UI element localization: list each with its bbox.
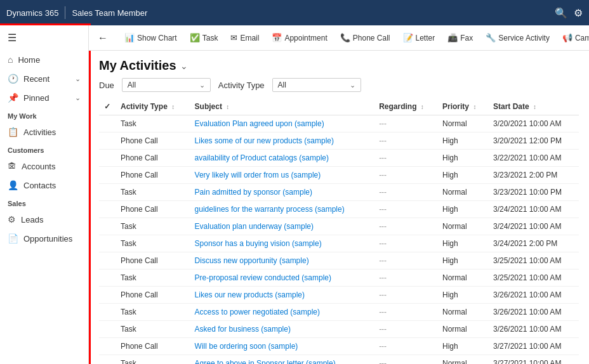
row-subject[interactable]: Likes our new products (sample) (190, 287, 374, 304)
row-checkbox[interactable] (99, 167, 116, 184)
cmd-label: Phone Call (353, 34, 390, 42)
sidebar-item-contacts[interactable]: 👤 Contacts (0, 176, 88, 195)
row-checkbox[interactable] (99, 115, 116, 133)
service-activity-button[interactable]: 🔧 Service Activity (480, 30, 555, 45)
row-subject[interactable]: Pre-proposal review conducted (sample) (190, 270, 374, 287)
fax-button[interactable]: 📠 Fax (442, 30, 478, 45)
chevron-down-icon: ⌄ (75, 75, 81, 83)
row-priority: High (437, 201, 488, 218)
hamburger-button[interactable]: ☰ (0, 25, 88, 50)
row-regarding: --- (374, 270, 437, 287)
row-activity-type: Phone Call (116, 252, 190, 270)
sidebar-item-accounts[interactable]: 🏚 Accounts (0, 157, 88, 176)
activity-type-label: Activity Type (218, 81, 265, 90)
col-start-date[interactable]: Start Date ↕ (488, 98, 579, 115)
row-activity-type: Task (116, 321, 190, 338)
phone-call-button[interactable]: 📞 Phone Call (335, 30, 395, 45)
col-regarding[interactable]: Regarding ↕ (374, 98, 437, 115)
cmd-label: Email (240, 34, 259, 42)
row-subject[interactable]: Agree to above in Sponsor letter (sample… (190, 355, 374, 365)
row-checkbox[interactable] (99, 184, 116, 201)
row-checkbox[interactable] (99, 218, 116, 235)
show-chart-button[interactable]: 📊 Show Chart (119, 30, 182, 45)
select-all-checkbox[interactable]: ✓ (99, 98, 116, 115)
row-start-date: 3/26/2021 10:00 AM (488, 287, 579, 304)
topbar: Dynamics 365 Sales Team Member 🔍 ⚙ (0, 0, 589, 25)
row-subject[interactable]: Will be ordering soon (sample) (190, 338, 374, 355)
row-checkbox[interactable] (99, 287, 116, 304)
row-checkbox[interactable] (99, 304, 116, 321)
row-regarding: --- (374, 133, 437, 150)
back-button[interactable]: ← (94, 30, 112, 46)
row-subject[interactable]: Sponsor has a buying vision (sample) (190, 235, 374, 252)
topbar-icons: 🔍 ⚙ (555, 7, 583, 19)
pin-icon: 📌 (8, 93, 18, 103)
row-subject[interactable]: Very likely will order from us (sample) (190, 167, 374, 184)
activities-table-container: ✓ Activity Type ↕ Subject ↕ Regarding ↕ … (89, 98, 589, 364)
row-checkbox[interactable] (99, 252, 116, 270)
opportunities-icon: 📄 (8, 233, 18, 244)
row-regarding: --- (374, 304, 437, 321)
chevron-down-icon: ⌄ (75, 94, 81, 102)
task-button[interactable]: ✅ Task (185, 30, 223, 45)
row-subject[interactable]: Asked for business (sample) (190, 321, 374, 338)
sidebar-item-recent[interactable]: 🕐 Recent ⌄ (0, 69, 88, 88)
row-checkbox[interactable] (99, 201, 116, 218)
task-icon: ✅ (190, 33, 200, 42)
table-row: Phone CallVery likely will order from us… (99, 167, 579, 184)
campaign-response-button[interactable]: 📢 Campaign Response (557, 30, 589, 45)
appointment-button[interactable]: 📅 Appointment (267, 30, 332, 45)
row-subject[interactable]: Discuss new opportunity (sample) (190, 252, 374, 270)
row-subject[interactable]: Likes some of our new products (sample) (190, 133, 374, 150)
col-priority[interactable]: Priority ↕ (437, 98, 488, 115)
sidebar-item-label: Home (18, 55, 40, 65)
row-checkbox[interactable] (99, 321, 116, 338)
table-row: Phone CallWill be ordering soon (sample)… (99, 338, 579, 355)
row-activity-type: Task (116, 304, 190, 321)
col-subject[interactable]: Subject ↕ (190, 98, 374, 115)
title-chevron-icon[interactable]: ⌄ (180, 61, 188, 71)
row-subject[interactable]: availability of Product catalogs (sample… (190, 150, 374, 167)
row-regarding: --- (374, 235, 437, 252)
row-start-date: 3/25/2021 10:00 AM (488, 270, 579, 287)
table-row: Phone Callavailability of Product catalo… (99, 150, 579, 167)
row-subject[interactable]: Pain admitted by sponsor (sample) (190, 184, 374, 201)
topbar-subtitle: Sales Team Member (72, 8, 147, 18)
row-subject[interactable]: Evaluation Plan agreed upon (sample) (190, 115, 374, 133)
row-checkbox[interactable] (99, 270, 116, 287)
sidebar-item-pinned[interactable]: 📌 Pinned ⌄ (0, 88, 88, 107)
row-regarding: --- (374, 167, 437, 184)
sidebar-item-label: Accounts (22, 162, 55, 171)
table-row: TaskEvaluation Plan agreed upon (sample)… (99, 115, 579, 133)
layout: ☰ ⌂ Home 🕐 Recent ⌄ 📌 Pinned ⌄ My Work 📋… (0, 25, 589, 364)
settings-icon[interactable]: ⚙ (574, 7, 583, 19)
row-checkbox[interactable] (99, 338, 116, 355)
table-row: Phone Callguidelines for the warranty pr… (99, 201, 579, 218)
sidebar-item-label: Contacts (23, 181, 56, 190)
home-icon: ⌂ (8, 55, 13, 65)
sidebar-item-label: Recent (23, 74, 50, 84)
row-checkbox[interactable] (99, 235, 116, 252)
command-bar: ← 📊 Show Chart ✅ Task ✉ Email 📅 Appointm… (89, 25, 589, 51)
sidebar-item-activities[interactable]: 📋 Activities (0, 122, 88, 141)
sidebar-item-home[interactable]: ⌂ Home (0, 50, 88, 69)
row-checkbox[interactable] (99, 133, 116, 150)
row-priority: High (437, 287, 488, 304)
letter-button[interactable]: 📝 Letter (398, 30, 440, 45)
row-checkbox[interactable] (99, 355, 116, 365)
sidebar-item-leads[interactable]: ⚙ Leads (0, 210, 88, 229)
service-icon: 🔧 (486, 33, 496, 42)
row-subject[interactable]: guidelines for the warranty process (sam… (190, 201, 374, 218)
row-regarding: --- (374, 218, 437, 235)
email-button[interactable]: ✉ Email (225, 30, 264, 45)
search-icon[interactable]: 🔍 (555, 7, 567, 19)
col-activity-type[interactable]: Activity Type ↕ (116, 98, 190, 115)
table-row: TaskPre-proposal review conducted (sampl… (99, 270, 579, 287)
sidebar-item-opportunities[interactable]: 📄 Opportunities (0, 229, 88, 248)
row-checkbox[interactable] (99, 150, 116, 167)
row-regarding: --- (374, 150, 437, 167)
row-subject[interactable]: Evaluation plan underway (sample) (190, 218, 374, 235)
due-filter[interactable]: All ⌄ (122, 78, 211, 92)
row-subject[interactable]: Access to power negotiated (sample) (190, 304, 374, 321)
activity-type-filter[interactable]: All ⌄ (272, 78, 361, 92)
